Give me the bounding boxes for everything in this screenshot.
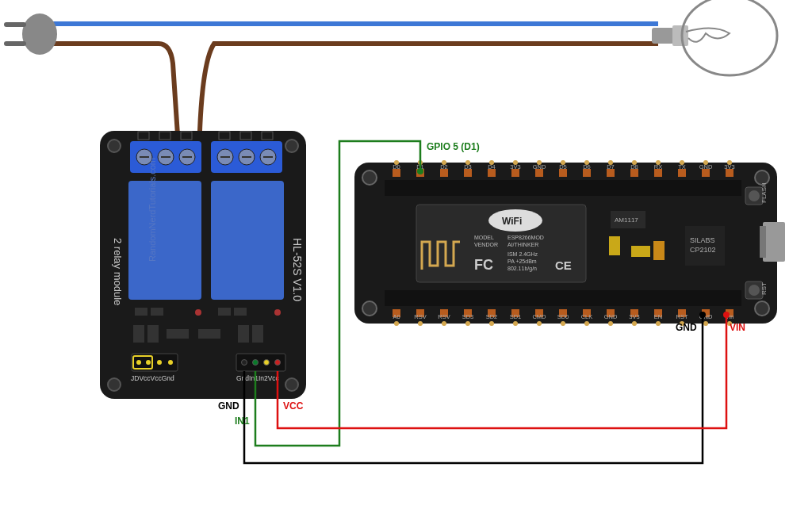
svg-rect-62 [385, 290, 741, 306]
svg-rect-1 [4, 22, 26, 27]
gnd-relay-label: GND [218, 400, 239, 412]
wire-vcc [278, 316, 726, 428]
svg-text:EN: EN [654, 313, 662, 320]
svg-text:D5: D5 [559, 163, 567, 170]
svg-point-158 [561, 321, 565, 326]
svg-text:RSV: RSV [414, 313, 426, 320]
svg-point-167 [632, 321, 637, 326]
svg-point-161 [584, 321, 589, 326]
jumper-labels: JDVccVccGnd [131, 374, 174, 382]
svg-point-181 [417, 168, 423, 174]
svg-text:TX: TX [678, 163, 686, 170]
relay-subtitle: 2 relay module [112, 238, 124, 305]
svg-text:WiFi: WiFi [502, 216, 522, 227]
svg-rect-36 [218, 308, 231, 316]
wire-gnd [244, 316, 703, 463]
svg-rect-43 [238, 325, 249, 343]
svg-text:PA +25dBm: PA +25dBm [508, 258, 537, 264]
svg-text:GND: GND [699, 163, 713, 170]
svg-rect-78 [631, 246, 650, 257]
svg-text:A0: A0 [393, 313, 400, 320]
svg-point-52 [242, 360, 247, 366]
svg-point-55 [275, 360, 281, 366]
svg-text:D0: D0 [393, 163, 400, 170]
light-bulb-icon [652, 0, 777, 75]
svg-point-183 [723, 312, 730, 318]
svg-rect-37 [234, 308, 247, 316]
jumper-pins-left [132, 354, 178, 371]
svg-rect-3 [652, 28, 674, 44]
svg-point-152 [513, 321, 518, 326]
svg-text:SD3: SD3 [462, 313, 474, 320]
svg-text:MODEL: MODEL [474, 235, 494, 240]
svg-text:D6: D6 [583, 163, 591, 170]
svg-text:D8: D8 [630, 163, 638, 170]
svg-rect-34 [151, 308, 163, 316]
svg-text:RST: RST [760, 282, 768, 295]
relay-module: HL-52S V1.0 2 relay module RandomNerdTut… [100, 131, 306, 399]
svg-rect-4 [672, 25, 688, 46]
svg-text:GND: GND [533, 163, 546, 170]
svg-point-0 [22, 13, 57, 55]
svg-text:SD2: SD2 [486, 313, 498, 320]
svg-text:D7: D7 [607, 163, 615, 170]
svg-text:RX: RX [654, 163, 662, 170]
svg-text:3V3: 3V3 [629, 313, 639, 320]
svg-text:CP2102: CP2102 [690, 246, 716, 254]
svg-rect-32 [211, 181, 284, 300]
svg-point-50 [168, 360, 173, 365]
svg-text:VENDOR: VENDOR [474, 242, 498, 247]
svg-point-164 [608, 321, 613, 326]
svg-text:FLASH: FLASH [760, 182, 768, 203]
svg-rect-84 [760, 226, 766, 258]
svg-point-47 [136, 360, 141, 365]
svg-text:ISM 2.4GHz: ISM 2.4GHz [508, 251, 538, 257]
pin-header-top [385, 180, 741, 196]
svg-point-182 [699, 312, 706, 318]
power-plug-icon [4, 13, 57, 55]
svg-point-7 [108, 140, 121, 152]
svg-point-53 [253, 360, 259, 366]
svg-text:3V3: 3V3 [510, 163, 520, 170]
svg-text:D4: D4 [488, 163, 496, 170]
svg-point-176 [703, 321, 708, 326]
svg-text:CMD: CMD [532, 313, 546, 320]
svg-text:CE: CE [555, 258, 572, 272]
svg-text:SD0: SD0 [557, 313, 569, 320]
esp8266-shield: WiFi MODEL VENDOR ESP8266MOD AI/THINKER … [416, 205, 586, 282]
svg-point-146 [465, 321, 470, 326]
svg-point-38 [274, 309, 281, 316]
svg-text:SD1: SD1 [510, 313, 522, 320]
svg-rect-39 [133, 325, 144, 343]
svg-text:FC: FC [474, 257, 493, 273]
svg-point-9 [108, 378, 121, 391]
svg-text:CLK: CLK [581, 313, 593, 320]
svg-point-137 [394, 321, 399, 326]
svg-point-60 [755, 301, 769, 316]
relay-watermark: RandomNerdTutorials.com [147, 158, 157, 262]
svg-point-143 [442, 321, 446, 326]
svg-point-49 [157, 360, 162, 365]
svg-point-35 [195, 309, 201, 316]
svg-rect-41 [167, 329, 189, 339]
svg-text:ESP8266MOD: ESP8266MOD [508, 235, 544, 240]
svg-point-140 [418, 321, 423, 326]
in1-label: IN1 [235, 416, 250, 427]
svg-rect-44 [252, 325, 263, 343]
svg-text:GND: GND [604, 313, 618, 320]
svg-rect-77 [609, 236, 620, 255]
svg-text:SILABS: SILABS [690, 236, 715, 244]
svg-text:D2: D2 [440, 163, 448, 170]
svg-point-57 [362, 170, 377, 185]
svg-point-10 [285, 378, 298, 391]
svg-rect-2 [4, 41, 26, 46]
svg-rect-31 [128, 181, 201, 300]
svg-point-48 [146, 360, 151, 365]
pin-labels: GndIn1In2Vcc [236, 374, 280, 382]
svg-text:802.11b/g/n: 802.11b/g/n [508, 266, 537, 272]
svg-rect-61 [385, 180, 741, 196]
svg-point-59 [362, 301, 377, 316]
svg-point-5 [682, 0, 777, 75]
svg-point-170 [656, 321, 661, 326]
relay-title: HL-52S V1.0 [291, 238, 304, 301]
